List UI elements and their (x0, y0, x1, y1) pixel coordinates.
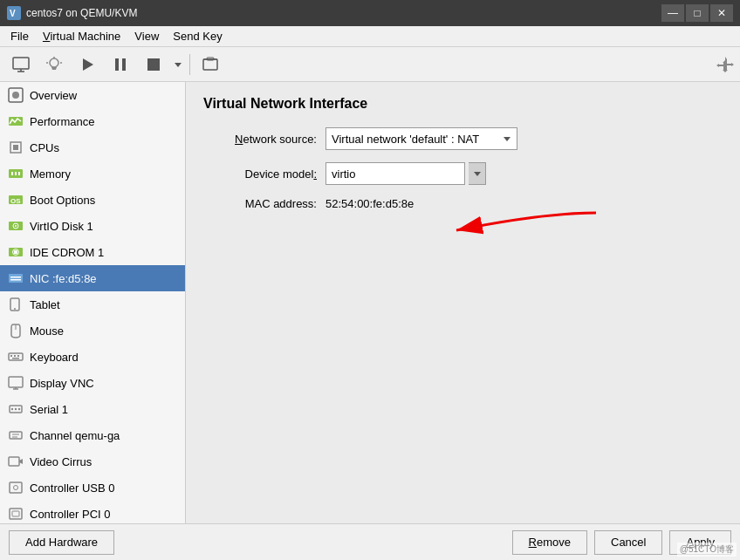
svg-rect-2 (13, 58, 29, 69)
sidebar-item-boot-options[interactable]: OS Boot Options (0, 187, 185, 213)
svg-point-51 (18, 408, 20, 410)
sidebar-label-cpus: CPUs (30, 141, 59, 154)
device-model-control: virtio (325, 162, 486, 185)
svg-point-58 (14, 486, 18, 490)
sidebar-item-controller-pci[interactable]: Controller PCI 0 (0, 501, 185, 523)
sidebar-label-video-cirrus: Video Cirrus (30, 455, 92, 468)
maximize-button[interactable]: □ (686, 4, 709, 22)
svg-rect-57 (10, 482, 22, 493)
play-icon (78, 55, 97, 74)
sidebar-item-performance[interactable]: Performance (0, 108, 185, 134)
content-panel: Virtual Network Interface Network source… (186, 82, 740, 236)
sidebar-label-tablet: Tablet (30, 298, 60, 311)
device-model-dropdown-button[interactable] (469, 162, 486, 185)
device-model-value: virtio (332, 167, 459, 181)
sidebar-item-ide-cdrom[interactable]: IDE CDROM 1 (0, 239, 185, 265)
sidebar-item-serial1[interactable]: Serial 1 (0, 396, 185, 422)
sidebar-label-serial1: Serial 1 (30, 403, 68, 416)
mac-address-label: MAC address: (203, 197, 325, 210)
svg-marker-66 (474, 172, 481, 176)
tablet-icon (7, 296, 24, 313)
move-icon (716, 55, 735, 74)
disk-icon (7, 217, 24, 235)
screenshot-toolbar-button[interactable] (195, 51, 226, 79)
screenshot-icon (201, 55, 220, 74)
cancel-button[interactable]: Cancel (594, 530, 662, 555)
svg-text:V: V (10, 9, 16, 18)
pause-toolbar-button[interactable] (105, 51, 136, 79)
network-source-control: Virtual network 'default' : NAT (325, 127, 517, 150)
sidebar-item-tablet[interactable]: Tablet (0, 291, 185, 318)
svg-rect-10 (115, 58, 119, 71)
svg-rect-43 (17, 355, 19, 357)
memory-icon (7, 165, 24, 182)
stop-toolbar-button[interactable] (138, 51, 169, 79)
add-hardware-button[interactable]: Add Hardware (9, 530, 114, 555)
menu-file[interactable]: File (3, 28, 36, 44)
sidebar-item-virtio-disk[interactable]: VirtIO Disk 1 (0, 213, 185, 239)
device-model-input[interactable]: virtio (325, 162, 465, 185)
bottom-left: Add Hardware (9, 530, 114, 555)
device-model-dropdown-arrow-icon (473, 169, 482, 178)
apply-button[interactable]: Apply (669, 530, 731, 555)
network-source-label: Network source: (203, 133, 325, 146)
sidebar-item-mouse[interactable]: Mouse (0, 318, 185, 344)
sidebar-item-keyboard[interactable]: Keyboard (0, 344, 185, 370)
stop-icon (144, 55, 163, 74)
serial-icon (7, 400, 24, 418)
monitor-toolbar-button[interactable] (5, 51, 37, 79)
display-icon (7, 374, 24, 392)
sidebar-label-overview: Overview (30, 89, 77, 102)
toolbar-separator (189, 54, 190, 75)
toolbar-buttons (5, 51, 226, 79)
window-controls: — □ ✕ (661, 4, 733, 22)
svg-rect-45 (9, 377, 23, 387)
network-source-dropdown-arrow-icon (503, 134, 511, 143)
lightbulb-toolbar-button[interactable] (38, 51, 70, 79)
controller-usb-icon (7, 479, 24, 496)
network-source-dropdown[interactable]: Virtual network 'default' : NAT (325, 127, 517, 150)
sidebar-item-display-vnc[interactable]: Display VNC (0, 370, 185, 396)
sidebar-label-channel-qemu: Channel qemu-ga (30, 429, 120, 442)
toolbar (0, 47, 740, 82)
content-wrapper: Virtual Network Interface Network source… (186, 82, 740, 523)
sidebar-label-nic: NIC :fe:d5:8e (30, 272, 97, 285)
close-button[interactable]: ✕ (710, 4, 733, 22)
menu-virtual-machine[interactable]: Virtual Machine (36, 28, 127, 44)
svg-rect-24 (15, 172, 17, 175)
sidebar-item-overview[interactable]: Overview (0, 82, 185, 108)
svg-point-30 (15, 225, 17, 227)
sidebar-item-channel-qemu[interactable]: Channel qemu-ga (0, 422, 185, 448)
sidebar-item-nic[interactable]: NIC :fe:d5:8e (0, 265, 185, 291)
page-title: Virtual Network Interface (203, 96, 723, 112)
boot-icon: OS (7, 191, 24, 208)
svg-point-49 (11, 408, 13, 410)
sidebar-item-video-cirrus[interactable]: Video Cirrus (0, 448, 185, 475)
sidebar-label-mouse: Mouse (30, 324, 64, 338)
minimize-button[interactable]: — (661, 4, 684, 22)
device-model-label: Device model: (203, 167, 325, 181)
sidebar-item-memory[interactable]: Memory (0, 160, 185, 187)
sidebar-item-controller-usb[interactable]: Controller USB 0 (0, 475, 185, 501)
sidebar-item-cpus[interactable]: CPUs (0, 134, 185, 160)
sidebar-label-boot-options: Boot Options (30, 194, 95, 207)
svg-marker-65 (504, 137, 510, 141)
mouse-icon (7, 322, 24, 339)
remove-button[interactable]: Remove (512, 530, 587, 555)
mac-address-row: MAC address: 52:54:00:fe:d5:8e (203, 197, 723, 210)
pause-icon (111, 55, 130, 74)
channel-icon (7, 427, 24, 444)
sidebar-label-keyboard: Keyboard (30, 351, 79, 364)
controller-pci-icon (7, 505, 24, 522)
svg-rect-12 (147, 58, 160, 71)
menu-view[interactable]: View (127, 28, 166, 44)
svg-text:OS: OS (10, 197, 21, 205)
svg-rect-11 (122, 58, 126, 71)
play-toolbar-button[interactable] (72, 51, 103, 79)
keyboard-icon (7, 348, 24, 365)
dropdown-toolbar-button[interactable] (171, 51, 185, 79)
sidebar-label-controller-pci: Controller PCI 0 (30, 508, 110, 521)
menu-send-key[interactable]: Send Key (166, 28, 229, 44)
cpu-icon (7, 139, 24, 156)
svg-rect-52 (10, 432, 22, 439)
